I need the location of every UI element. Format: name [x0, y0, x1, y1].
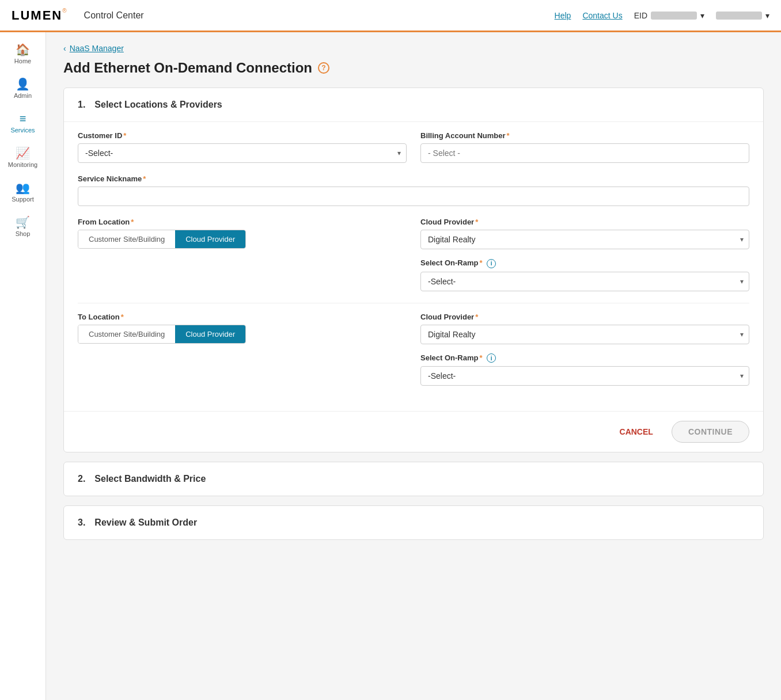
sidebar-item-services[interactable]: ≡ Services	[0, 107, 46, 139]
sidebar: 🏠 Home 👤 Admin ≡ Services 📈 Monitoring 👥…	[0, 32, 46, 700]
top-nav: LUMEN® Control Center Help Contact Us EI…	[0, 0, 781, 32]
cancel-button[interactable]: CANCEL	[608, 421, 665, 443]
billing-account-group: Billing Account Number*	[420, 131, 749, 163]
service-nickname-input[interactable]	[78, 187, 749, 206]
sidebar-label-monitoring: Monitoring	[8, 161, 37, 168]
cloud-provider-from-group: Cloud Provider* Digital Realty ▾ Select …	[420, 218, 749, 291]
from-cloud-provider-button[interactable]: Cloud Provider	[175, 230, 245, 248]
app-title: Control Center	[84, 10, 144, 21]
shop-icon: 🛒	[16, 216, 30, 228]
step3-title: Review & Submit Order	[94, 518, 197, 528]
select-on-ramp-from-label: Select On-Ramp* i	[420, 258, 749, 268]
service-nickname-row: Service Nickname*	[78, 174, 749, 206]
contact-us-link[interactable]: Contact Us	[582, 11, 622, 20]
step3-number: 3.	[78, 518, 85, 528]
step3-card: 3. Review & Submit Order	[63, 505, 764, 540]
step1-body: Customer ID* -Select- ▾ Billing Account …	[64, 121, 763, 411]
customer-id-label: Customer ID*	[78, 131, 407, 140]
customer-id-select-wrapper: -Select- ▾	[78, 143, 407, 163]
user-name	[716, 12, 762, 20]
page-title: Add Ethernet On-Demand Connection ?	[63, 60, 764, 76]
logo: LUMEN®	[12, 8, 67, 23]
sidebar-item-support[interactable]: 👥 Support	[0, 176, 46, 208]
on-ramp-from-info-icon[interactable]: i	[487, 259, 496, 268]
continue-button[interactable]: CONTINUE	[672, 421, 749, 443]
support-icon: 👥	[16, 182, 30, 193]
logo-text: LUMEN	[12, 8, 62, 23]
step2-header: 2. Select Bandwidth & Price	[64, 462, 763, 496]
step1-footer: CANCEL CONTINUE	[64, 411, 763, 452]
service-nickname-group: Service Nickname*	[78, 174, 749, 206]
sidebar-label-services: Services	[10, 127, 35, 134]
services-icon: ≡	[20, 113, 26, 124]
cloud-provider-to-select-wrapper: Digital Realty ▾	[420, 325, 749, 344]
admin-icon: 👤	[16, 78, 30, 90]
from-location-row: From Location* Customer Site/Building Cl…	[78, 218, 749, 291]
to-location-label: To Location*	[78, 313, 407, 321]
step2-card: 2. Select Bandwidth & Price	[63, 462, 764, 496]
to-customer-site-button[interactable]: Customer Site/Building	[78, 325, 175, 343]
main-content: ‹ NaaS Manager Add Ethernet On-Demand Co…	[46, 32, 781, 700]
sidebar-item-monitoring[interactable]: 📈 Monitoring	[0, 142, 46, 174]
select-on-ramp-to-label: Select On-Ramp* i	[420, 353, 749, 363]
step2-title: Select Bandwidth & Price	[94, 474, 206, 484]
cloud-provider-to-group: Cloud Provider* Digital Realty ▾ Select …	[420, 313, 749, 386]
to-location-group: To Location* Customer Site/Building Clou…	[78, 313, 407, 386]
on-ramp-to-select-wrapper: -Select- ▾	[420, 366, 749, 386]
customer-id-select[interactable]: -Select-	[78, 143, 407, 163]
logo-dot: ®	[62, 7, 66, 14]
help-link[interactable]: Help	[555, 11, 571, 20]
sidebar-item-home[interactable]: 🏠 Home	[0, 38, 46, 70]
section-divider	[78, 303, 749, 303]
cloud-provider-to-label: Cloud Provider*	[420, 313, 749, 321]
customer-billing-row: Customer ID* -Select- ▾ Billing Account …	[78, 131, 749, 163]
on-ramp-from-select-wrapper: -Select- ▾	[420, 272, 749, 291]
sidebar-item-shop[interactable]: 🛒 Shop	[0, 211, 46, 243]
cloud-provider-from-select[interactable]: Digital Realty	[420, 230, 749, 249]
eid-chevron-icon: ▾	[700, 11, 704, 20]
on-ramp-to-info-icon[interactable]: i	[487, 353, 496, 363]
monitoring-icon: 📈	[16, 147, 30, 159]
step1-number: 1.	[78, 100, 85, 110]
breadcrumb-link[interactable]: NaaS Manager	[70, 44, 124, 53]
to-cloud-provider-button[interactable]: Cloud Provider	[175, 325, 245, 343]
on-ramp-from-select[interactable]: -Select-	[420, 272, 749, 291]
step1-title: Select Locations & Providers	[94, 100, 222, 110]
cloud-provider-from-label: Cloud Provider*	[420, 218, 749, 226]
sidebar-label-admin: Admin	[14, 92, 32, 99]
step1-card: 1. Select Locations & Providers Customer…	[63, 88, 764, 452]
user-chevron-icon: ▾	[765, 11, 769, 20]
on-ramp-to-select[interactable]: -Select-	[420, 366, 749, 386]
eid-label: EID	[634, 11, 647, 20]
customer-id-group: Customer ID* -Select- ▾	[78, 131, 407, 163]
cloud-provider-from-select-wrapper: Digital Realty ▾	[420, 230, 749, 249]
cloud-provider-to-select[interactable]: Digital Realty	[420, 325, 749, 344]
step2-number: 2.	[78, 474, 85, 484]
top-nav-right: Help Contact Us EID ▾ ▾	[555, 11, 769, 20]
step1-header: 1. Select Locations & Providers	[64, 88, 763, 121]
from-location-toggle: Customer Site/Building Cloud Provider	[78, 230, 246, 249]
user-dropdown[interactable]: ▾	[716, 11, 769, 20]
breadcrumb-arrow-icon: ‹	[63, 44, 66, 53]
to-location-toggle: Customer Site/Building Cloud Provider	[78, 325, 246, 344]
page-info-icon[interactable]: ?	[318, 62, 329, 74]
from-customer-site-button[interactable]: Customer Site/Building	[78, 230, 175, 248]
to-location-row: To Location* Customer Site/Building Clou…	[78, 313, 749, 386]
from-location-label: From Location*	[78, 218, 407, 226]
step3-header: 3. Review & Submit Order	[64, 506, 763, 539]
sidebar-label-home: Home	[14, 58, 31, 64]
sidebar-label-shop: Shop	[16, 230, 31, 237]
eid-dropdown[interactable]: EID ▾	[634, 11, 704, 20]
service-nickname-label: Service Nickname*	[78, 174, 749, 183]
billing-account-input[interactable]	[420, 143, 749, 163]
billing-account-label: Billing Account Number*	[420, 131, 749, 140]
sidebar-item-admin[interactable]: 👤 Admin	[0, 73, 46, 105]
main-layout: 🏠 Home 👤 Admin ≡ Services 📈 Monitoring 👥…	[0, 32, 781, 700]
eid-value	[651, 12, 697, 20]
sidebar-label-support: Support	[12, 196, 34, 203]
home-icon: 🏠	[16, 44, 30, 55]
from-location-group: From Location* Customer Site/Building Cl…	[78, 218, 407, 291]
breadcrumb: ‹ NaaS Manager	[63, 44, 764, 53]
